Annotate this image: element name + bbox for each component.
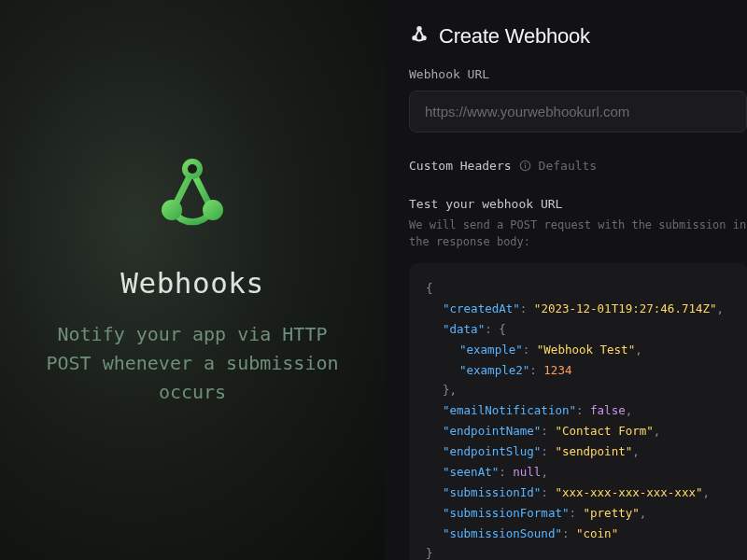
svg-point-6 bbox=[421, 35, 426, 40]
promo-title: Webhooks bbox=[120, 266, 263, 300]
svg-point-2 bbox=[203, 200, 223, 220]
panel-title: Create Webhook bbox=[439, 24, 590, 49]
defaults-label: Defaults bbox=[539, 159, 598, 173]
create-webhook-panel: Create Webhook Webhook URL Custom Header… bbox=[385, 0, 747, 560]
payload-code-block: {"createdAt": "2023-12-01T19:27:46.714Z"… bbox=[409, 263, 747, 560]
url-field-label: Webhook URL bbox=[409, 67, 747, 81]
svg-point-1 bbox=[162, 200, 182, 220]
test-section-description: We will send a POST request with the sub… bbox=[409, 217, 747, 250]
webhook-icon bbox=[409, 25, 430, 48]
svg-rect-9 bbox=[525, 165, 526, 169]
custom-headers-row[interactable]: Custom Headers Defaults bbox=[409, 159, 747, 173]
svg-point-3 bbox=[188, 164, 197, 174]
svg-point-5 bbox=[412, 35, 416, 40]
svg-point-8 bbox=[524, 162, 526, 164]
payload-createdAt: "2023-12-01T19:27:46.714Z" bbox=[534, 301, 717, 315]
webhook-logo-icon bbox=[148, 154, 237, 240]
info-icon[interactable] bbox=[519, 160, 531, 172]
svg-point-4 bbox=[416, 26, 421, 31]
custom-headers-label: Custom Headers bbox=[409, 159, 512, 173]
promo-panel: Webhooks Notify your app via HTTP POST w… bbox=[0, 0, 385, 560]
webhook-url-input[interactable] bbox=[409, 91, 747, 133]
promo-subtitle: Notify your app via HTTP POST whenever a… bbox=[43, 320, 342, 407]
panel-header: Create Webhook bbox=[409, 24, 747, 49]
test-section-heading: Test your webhook URL bbox=[409, 197, 747, 211]
